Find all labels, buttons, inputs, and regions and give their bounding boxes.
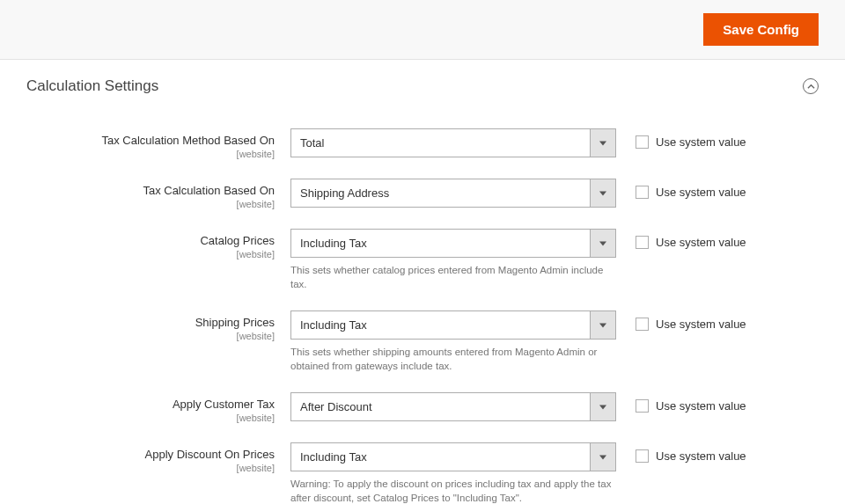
field-label: Catalog Prices xyxy=(26,234,275,247)
use-default-wrap: Use system value xyxy=(616,179,746,199)
save-config-button[interactable]: Save Config xyxy=(703,13,819,46)
content-area: Calculation Settings Tax Calculation Met… xyxy=(0,60,845,504)
catalog-prices-select[interactable]: Including Tax xyxy=(290,229,616,258)
section-header: Calculation Settings xyxy=(26,77,819,111)
use-system-value-label[interactable]: Use system value xyxy=(656,318,746,331)
field-label: Apply Discount On Prices xyxy=(26,448,275,461)
use-system-value-checkbox[interactable] xyxy=(636,318,649,331)
field-label-block: Apply Discount On Prices [website] xyxy=(26,442,290,473)
field-control: Shipping Address xyxy=(290,179,616,208)
collapse-section-button[interactable] xyxy=(803,78,819,94)
apply-customer-tax-select[interactable]: After Discount xyxy=(290,392,616,421)
use-system-value-checkbox[interactable] xyxy=(636,449,649,463)
field-control: Total xyxy=(290,128,616,157)
use-system-value-checkbox[interactable] xyxy=(636,236,649,249)
shipping-prices-select[interactable]: Including Tax xyxy=(290,310,616,340)
field-scope: [website] xyxy=(26,199,275,209)
field-help-text: This sets whether catalog prices entered… xyxy=(290,263,616,291)
apply-discount-on-prices-select[interactable]: Including Tax xyxy=(290,442,616,471)
use-default-wrap: Use system value xyxy=(616,229,746,249)
calc-method-select[interactable]: Total xyxy=(290,128,616,157)
use-system-value-label[interactable]: Use system value xyxy=(656,449,746,463)
field-help-text: This sets whether shipping amounts enter… xyxy=(290,345,616,373)
field-label-block: Catalog Prices [website] xyxy=(26,229,290,259)
use-system-value-label[interactable]: Use system value xyxy=(656,236,746,249)
field-label: Apply Customer Tax xyxy=(26,398,275,411)
field-row-shipping-prices: Shipping Prices [website] Including Tax … xyxy=(26,310,819,373)
field-help-text: Warning: To apply the discount on prices… xyxy=(290,477,616,504)
use-system-value-label[interactable]: Use system value xyxy=(656,186,746,199)
field-row-calc-based-on: Tax Calculation Based On [website] Shipp… xyxy=(26,179,819,209)
field-row-calc-method: Tax Calculation Method Based On [website… xyxy=(26,128,819,159)
field-scope: [website] xyxy=(26,149,275,159)
field-label-block: Tax Calculation Method Based On [website… xyxy=(26,128,290,159)
field-label-block: Tax Calculation Based On [website] xyxy=(26,179,290,209)
field-control: After Discount xyxy=(290,392,616,421)
section-title: Calculation Settings xyxy=(26,77,158,95)
use-default-wrap: Use system value xyxy=(616,128,746,149)
field-label-block: Shipping Prices [website] xyxy=(26,310,290,341)
header-bar: Save Config xyxy=(0,0,845,60)
field-scope: [website] xyxy=(26,463,275,473)
field-scope: [website] xyxy=(26,331,275,341)
field-label-block: Apply Customer Tax [website] xyxy=(26,392,290,423)
use-system-value-checkbox[interactable] xyxy=(636,399,649,413)
use-system-value-checkbox[interactable] xyxy=(636,186,649,199)
field-scope: [website] xyxy=(26,413,275,423)
field-row-apply-discount-on-prices: Apply Discount On Prices [website] Inclu… xyxy=(26,442,819,504)
field-control: Including Tax This sets whether shipping… xyxy=(290,310,616,373)
field-control: Including Tax Warning: To apply the disc… xyxy=(290,442,616,504)
field-label: Tax Calculation Method Based On xyxy=(26,134,275,147)
field-label: Tax Calculation Based On xyxy=(26,184,275,197)
field-scope: [website] xyxy=(26,249,275,259)
chevron-up-icon xyxy=(807,83,815,91)
use-system-value-label[interactable]: Use system value xyxy=(656,135,746,149)
use-default-wrap: Use system value xyxy=(616,392,746,413)
calc-based-on-select[interactable]: Shipping Address xyxy=(290,179,616,208)
use-system-value-checkbox[interactable] xyxy=(636,135,649,149)
use-default-wrap: Use system value xyxy=(616,310,746,331)
field-row-apply-customer-tax: Apply Customer Tax [website] After Disco… xyxy=(26,392,819,423)
field-label: Shipping Prices xyxy=(26,316,275,329)
use-system-value-label[interactable]: Use system value xyxy=(656,399,746,413)
field-control: Including Tax This sets whether catalog … xyxy=(290,229,616,291)
use-default-wrap: Use system value xyxy=(616,442,746,463)
field-row-catalog-prices: Catalog Prices [website] Including Tax T… xyxy=(26,229,819,291)
